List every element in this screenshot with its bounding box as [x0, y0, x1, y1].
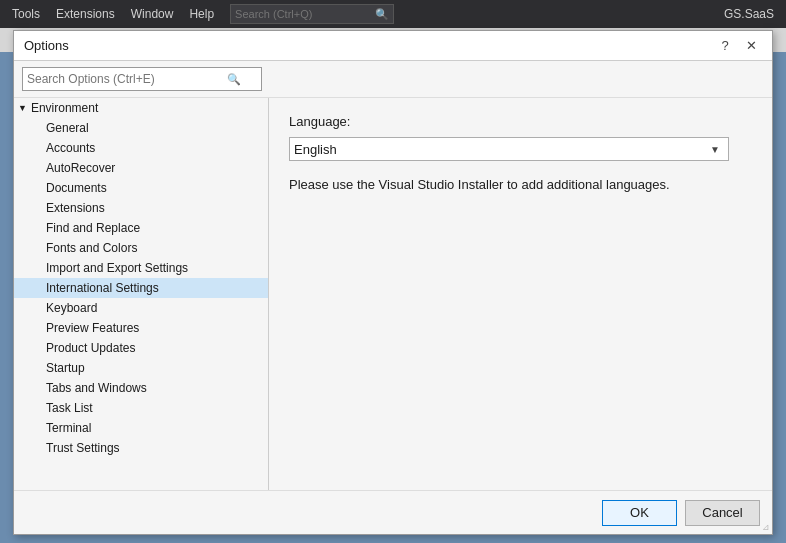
tree-item-label: Terminal [46, 421, 91, 435]
menu-bar: Tools Extensions Window Help 🔍 GS.SaaS [0, 0, 786, 28]
tree-item-label: Preview Features [46, 321, 139, 335]
tree-item-label: Startup [46, 361, 85, 375]
language-label: Language: [289, 114, 752, 129]
tree-panel: ▼EnvironmentGeneralAccountsAutoRecoverDo… [14, 98, 269, 490]
tree-item-label: Find and Replace [46, 221, 140, 235]
tree-item-label: Extensions [46, 201, 105, 215]
tree-item-terminal[interactable]: Terminal [14, 418, 268, 438]
dialog-content: 🔍 ▼EnvironmentGeneralAccountsAutoRecover… [14, 61, 772, 534]
tree-item-general[interactable]: General [14, 118, 268, 138]
tree-item-label: Import and Export Settings [46, 261, 188, 275]
options-dialog: Options ? ✕ 🔍 ▼EnvironmentGeneralAccount… [13, 30, 773, 535]
options-search-area: 🔍 [14, 61, 772, 98]
tree-item-fontscolors[interactable]: Fonts and Colors [14, 238, 268, 258]
help-button[interactable]: ? [714, 35, 736, 57]
tree-item-keyboard[interactable]: Keyboard [14, 298, 268, 318]
tree-item-label: Fonts and Colors [46, 241, 137, 255]
menu-brand: GS.SaaS [724, 7, 782, 21]
menu-window[interactable]: Window [123, 3, 182, 25]
dialog-main: ▼EnvironmentGeneralAccountsAutoRecoverDo… [14, 98, 772, 490]
tree-item-label: Product Updates [46, 341, 135, 355]
tree-item-label: Trust Settings [46, 441, 120, 455]
tree-item-environment[interactable]: ▼Environment [14, 98, 268, 118]
dialog-actions: ? ✕ [714, 35, 762, 57]
close-button[interactable]: ✕ [740, 35, 762, 57]
language-value: English [294, 142, 706, 157]
expand-icon: ▼ [18, 103, 27, 113]
chevron-down-icon: ▼ [706, 144, 724, 155]
menu-search-input[interactable] [235, 8, 375, 20]
tree-item-label: General [46, 121, 89, 135]
tree-item-documents[interactable]: Documents [14, 178, 268, 198]
search-icon: 🔍 [227, 73, 241, 86]
tree-item-label: International Settings [46, 281, 159, 295]
tree-item-label: AutoRecover [46, 161, 115, 175]
content-panel: Language: English ▼ Please use the Visua… [269, 98, 772, 490]
tree-item-tabswindows[interactable]: Tabs and Windows [14, 378, 268, 398]
tree-item-label: Accounts [46, 141, 95, 155]
tree-item-trust[interactable]: Trust Settings [14, 438, 268, 458]
search-icon: 🔍 [375, 8, 389, 21]
menu-help[interactable]: Help [181, 3, 222, 25]
ok-button[interactable]: OK [602, 500, 677, 526]
tree-item-startup[interactable]: Startup [14, 358, 268, 378]
menu-extensions[interactable]: Extensions [48, 3, 123, 25]
tree-item-findreplace[interactable]: Find and Replace [14, 218, 268, 238]
tree-item-extensions[interactable]: Extensions [14, 198, 268, 218]
tree-item-importexport[interactable]: Import and Export Settings [14, 258, 268, 278]
tree-item-tasklist[interactable]: Task List [14, 398, 268, 418]
dialog-titlebar: Options ? ✕ [14, 31, 772, 61]
tree-item-international[interactable]: International Settings [14, 278, 268, 298]
menu-tools[interactable]: Tools [4, 3, 48, 25]
tree-item-label: Documents [46, 181, 107, 195]
tree-item-label: Tabs and Windows [46, 381, 147, 395]
options-search-box[interactable]: 🔍 [22, 67, 262, 91]
dialog-title: Options [24, 38, 69, 53]
tree-item-label: Task List [46, 401, 93, 415]
tree-item-label: Environment [31, 101, 98, 115]
language-dropdown-wrapper: English ▼ [289, 137, 752, 161]
dialog-footer: OK Cancel [14, 490, 772, 534]
tree-item-productupdates[interactable]: Product Updates [14, 338, 268, 358]
tree-item-accounts[interactable]: Accounts [14, 138, 268, 158]
tree-item-autorecover[interactable]: AutoRecover [14, 158, 268, 178]
info-text: Please use the Visual Studio Installer t… [289, 177, 752, 192]
menu-search-box[interactable]: 🔍 [230, 4, 394, 24]
tree-item-label: Keyboard [46, 301, 97, 315]
options-search-input[interactable] [27, 72, 227, 86]
tree-item-preview[interactable]: Preview Features [14, 318, 268, 338]
cancel-button[interactable]: Cancel [685, 500, 760, 526]
language-dropdown[interactable]: English ▼ [289, 137, 729, 161]
resize-handle: ⊿ [762, 522, 770, 532]
